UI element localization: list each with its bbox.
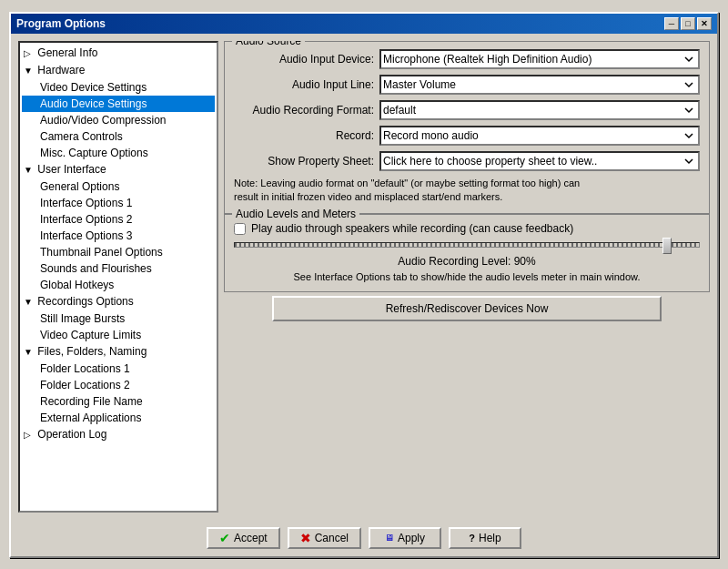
sidebar-item-global-hotkeys[interactable]: Global Hotkeys bbox=[22, 277, 215, 293]
audio-recording-level-text: Audio Recording Level: 90% bbox=[234, 255, 700, 268]
cancel-icon: ✖ bbox=[300, 531, 311, 545]
minimize-button[interactable]: ─ bbox=[664, 17, 679, 30]
audio-source-note: Note: Leaving audio format on "default" … bbox=[234, 177, 700, 205]
sidebar-item-hardware[interactable]: ▼ Hardware bbox=[22, 62, 215, 79]
sidebar-item-general-info[interactable]: ▷ General Info bbox=[22, 45, 215, 62]
show-property-sheet-row: Show Property Sheet: Click here to choos… bbox=[234, 151, 700, 171]
record-control: Record mono audio Record stereo audio Do… bbox=[379, 126, 700, 146]
maximize-button[interactable]: □ bbox=[681, 17, 695, 30]
main-panel: Audio Source Audio Input Device: Microph… bbox=[224, 41, 710, 513]
sidebar-label-external-applications: External Applications bbox=[40, 412, 141, 424]
sidebar-label-general-info: General Info bbox=[37, 46, 97, 59]
apply-button[interactable]: 🖥 Apply bbox=[369, 527, 441, 549]
sidebar-item-video-device[interactable]: Video Device Settings bbox=[22, 79, 215, 96]
cancel-label: Cancel bbox=[315, 532, 349, 544]
sidebar-item-recordings-options[interactable]: ▼ Recordings Options bbox=[22, 293, 215, 310]
audio-recording-format-select[interactable]: default PCM 44100 Hz 16-bit Stereo bbox=[379, 100, 700, 120]
window-title: Program Options bbox=[16, 17, 106, 30]
record-row: Record: Record mono audio Record stereo … bbox=[234, 126, 700, 146]
sidebar-item-audio-device[interactable]: Audio Device Settings bbox=[22, 96, 215, 112]
audio-input-device-label: Audio Input Device: bbox=[234, 53, 379, 66]
audio-input-device-row: Audio Input Device: Microphone (Realtek … bbox=[234, 49, 700, 69]
sidebar-item-video-capture-limits[interactable]: Video Capture Limits bbox=[22, 327, 215, 343]
audio-recording-format-row: Audio Recording Format: default PCM 4410… bbox=[234, 100, 700, 120]
expand-icon-recordings: ▼ bbox=[24, 294, 35, 310]
audio-input-line-select[interactable]: Master Volume Microphone Line In bbox=[379, 75, 700, 95]
sidebar-label-sounds-flourishes: Sounds and Flourishes bbox=[40, 262, 152, 275]
show-property-sheet-select[interactable]: Click here to choose property sheet to v… bbox=[379, 151, 700, 171]
sidebar-label-hardware: Hardware bbox=[37, 64, 85, 76]
play-audio-label: Play audio through speakers while record… bbox=[251, 222, 573, 235]
expand-icon-operation-log: ▷ bbox=[24, 427, 35, 443]
sidebar-item-folder-locations-2[interactable]: Folder Locations 2 bbox=[22, 377, 215, 393]
sidebar-item-thumbnail-panel[interactable]: Thumbnail Panel Options bbox=[22, 244, 215, 260]
sidebar-label-video-device: Video Device Settings bbox=[40, 81, 147, 94]
audio-input-line-label: Audio Input Line: bbox=[234, 78, 379, 91]
sidebar-item-files-folders[interactable]: ▼ Files, Folders, Naming bbox=[22, 343, 215, 361]
sidebar-label-folder-locations-2: Folder Locations 2 bbox=[40, 379, 130, 391]
audio-input-device-control: Microphone (Realtek High Definition Audi… bbox=[379, 49, 700, 69]
play-audio-checkbox[interactable] bbox=[234, 223, 246, 235]
sidebar-item-audio-video-compression[interactable]: Audio/Video Compression bbox=[22, 112, 215, 128]
sidebar-label-recordings-options: Recordings Options bbox=[37, 295, 133, 308]
slider-track[interactable] bbox=[234, 242, 700, 248]
sidebar-label-operation-log: Operation Log bbox=[37, 428, 106, 441]
audio-source-title: Audio Source bbox=[232, 41, 305, 47]
help-label: Help bbox=[479, 532, 501, 544]
audio-input-line-row: Audio Input Line: Master Volume Micropho… bbox=[234, 75, 700, 95]
record-label: Record: bbox=[234, 129, 379, 142]
help-button[interactable]: ? Help bbox=[449, 527, 521, 549]
sidebar-item-operation-log[interactable]: ▷ Operation Log bbox=[22, 426, 215, 443]
sidebar-item-misc-capture[interactable]: Misc. Capture Options bbox=[22, 145, 215, 161]
sidebar-label-audio-device: Audio Device Settings bbox=[40, 97, 147, 110]
sidebar-label-files-folders: Files, Folders, Naming bbox=[37, 345, 147, 358]
audio-level-slider-container bbox=[234, 242, 700, 248]
sidebar-label-interface-options-2: Interface Options 2 bbox=[40, 213, 132, 226]
sidebar-label-interface-options-1: Interface Options 1 bbox=[40, 197, 132, 209]
see-note-text: See Interface Options tab to show/hide t… bbox=[234, 271, 700, 282]
sidebar-label-folder-locations-1: Folder Locations 1 bbox=[40, 362, 130, 375]
sidebar-item-user-interface[interactable]: ▼ User Interface bbox=[22, 161, 215, 178]
slider-thumb[interactable] bbox=[662, 238, 672, 254]
audio-input-device-select[interactable]: Microphone (Realtek High Definition Audi… bbox=[379, 49, 700, 69]
sidebar-item-still-image-bursts[interactable]: Still Image Bursts bbox=[22, 310, 215, 327]
sidebar-label-general-options: General Options bbox=[40, 180, 119, 193]
apply-icon: 🖥 bbox=[385, 533, 394, 543]
sidebar-item-recording-file-name[interactable]: Recording File Name bbox=[22, 393, 215, 410]
sidebar-item-interface-options-3[interactable]: Interface Options 3 bbox=[22, 228, 215, 244]
accept-icon: ✔ bbox=[219, 531, 230, 545]
sidebar-label-recording-file-name: Recording File Name bbox=[40, 395, 143, 408]
sidebar-item-interface-options-2[interactable]: Interface Options 2 bbox=[22, 211, 215, 228]
apply-label: Apply bbox=[398, 532, 425, 544]
title-bar-buttons: ─ □ ✕ bbox=[664, 17, 712, 30]
sidebar-label-global-hotkeys: Global Hotkeys bbox=[40, 279, 114, 291]
title-bar: Program Options ─ □ ✕ bbox=[11, 14, 717, 34]
program-options-window: Program Options ─ □ ✕ ▷ General Info ▼ H… bbox=[9, 12, 719, 558]
audio-levels-group: Audio Levels and Meters Play audio throu… bbox=[224, 214, 710, 292]
refresh-rediscover-button[interactable]: Refresh/Rediscover Devices Now bbox=[272, 296, 661, 321]
show-property-sheet-label: Show Property Sheet: bbox=[234, 155, 379, 168]
play-audio-row: Play audio through speakers while record… bbox=[234, 222, 700, 235]
sidebar-item-interface-options-1[interactable]: Interface Options 1 bbox=[22, 195, 215, 211]
audio-levels-title: Audio Levels and Meters bbox=[232, 208, 359, 220]
sidebar-item-general-options[interactable]: General Options bbox=[22, 178, 215, 195]
accept-button[interactable]: ✔ Accept bbox=[207, 527, 280, 549]
cancel-button[interactable]: ✖ Cancel bbox=[288, 527, 361, 549]
expand-icon-files: ▼ bbox=[24, 344, 35, 361]
expand-icon-ui: ▼ bbox=[24, 162, 35, 178]
sidebar-label-interface-options-3: Interface Options 3 bbox=[40, 229, 132, 242]
audio-input-line-control: Master Volume Microphone Line In bbox=[379, 75, 700, 95]
close-button[interactable]: ✕ bbox=[697, 17, 712, 30]
sidebar-label-thumbnail-panel: Thumbnail Panel Options bbox=[40, 246, 163, 259]
accept-label: Accept bbox=[234, 532, 268, 544]
sidebar-item-sounds-flourishes[interactable]: Sounds and Flourishes bbox=[22, 260, 215, 277]
sidebar-item-folder-locations-1[interactable]: Folder Locations 1 bbox=[22, 361, 215, 377]
sidebar-item-camera-controls[interactable]: Camera Controls bbox=[22, 128, 215, 145]
audio-recording-format-label: Audio Recording Format: bbox=[234, 104, 379, 117]
record-select[interactable]: Record mono audio Record stereo audio Do… bbox=[379, 126, 700, 146]
sidebar-label-video-capture-limits: Video Capture Limits bbox=[40, 329, 141, 341]
sidebar-tree[interactable]: ▷ General Info ▼ Hardware Video Device S… bbox=[18, 41, 218, 513]
sidebar-label-still-image-bursts: Still Image Bursts bbox=[40, 312, 125, 325]
sidebar-item-external-applications[interactable]: External Applications bbox=[22, 410, 215, 426]
audio-recording-format-control: default PCM 44100 Hz 16-bit Stereo bbox=[379, 100, 700, 120]
